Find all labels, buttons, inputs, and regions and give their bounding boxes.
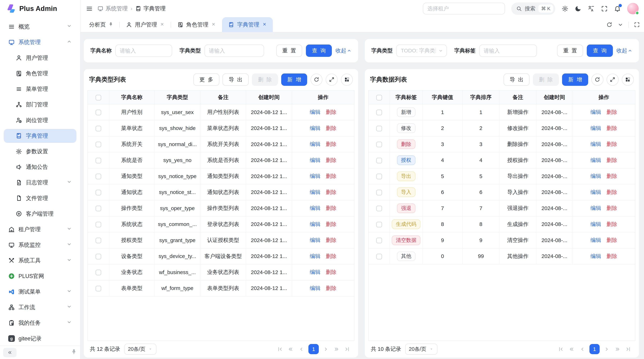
sidebar-item[interactable]: ggitee记录 — [4, 332, 76, 346]
pin-icon[interactable] — [108, 21, 113, 28]
sidebar-pin-icon[interactable] — [71, 349, 77, 356]
sidebar-item[interactable]: 系统工具 — [4, 254, 76, 268]
sidebar-item[interactable]: 系统管理 — [4, 35, 76, 49]
fast-forward-button[interactable] — [332, 344, 341, 354]
avatar[interactable] — [627, 3, 639, 14]
edit-link[interactable]: 编辑 — [590, 253, 601, 259]
sidebar-item[interactable]: 角色管理 — [4, 66, 76, 80]
next-page-button[interactable] — [602, 344, 612, 354]
first-page-button[interactable] — [556, 344, 566, 354]
tab-字典管理[interactable]: 字典管理 — [222, 17, 273, 32]
edit-link[interactable]: 编辑 — [310, 253, 320, 259]
toolbar-button[interactable]: 新 增 — [562, 73, 588, 86]
edit-link[interactable]: 编辑 — [310, 109, 320, 115]
edit-link[interactable]: 编辑 — [310, 205, 320, 211]
close-tab-icon[interactable] — [160, 21, 164, 28]
prev-page-button[interactable] — [578, 344, 587, 354]
row-checkbox[interactable] — [96, 110, 101, 115]
row-checkbox[interactable] — [376, 222, 382, 227]
edit-link[interactable]: 编辑 — [310, 189, 320, 195]
sidebar-item[interactable]: 我的任务 — [4, 316, 76, 330]
delete-link[interactable]: 删除 — [326, 221, 336, 227]
edit-link[interactable]: 编辑 — [590, 141, 601, 147]
dict-label-input[interactable] — [479, 44, 537, 57]
edit-link[interactable]: 编辑 — [310, 157, 320, 163]
delete-link[interactable]: 删除 — [606, 173, 617, 179]
tenant-select-input[interactable] — [423, 3, 505, 15]
toolbar-button[interactable]: 导 出 — [222, 73, 248, 86]
dict-name-input[interactable] — [116, 44, 172, 57]
tab-用户管理[interactable]: 用户管理 — [120, 17, 171, 32]
language-translate-icon[interactable]: 文A — [588, 5, 595, 12]
dict-type-input[interactable] — [204, 44, 264, 57]
row-checkbox[interactable] — [96, 286, 101, 291]
edit-link[interactable]: 编辑 — [310, 125, 320, 131]
menu-toggle-icon[interactable] — [86, 5, 93, 12]
edit-link[interactable]: 编辑 — [590, 125, 601, 131]
query-button[interactable]: 查 询 — [306, 44, 332, 57]
query-button[interactable]: 查 询 — [587, 44, 613, 57]
sidebar-item[interactable]: 文件管理 — [4, 191, 76, 205]
row-checkbox[interactable] — [376, 254, 382, 259]
tab-options-chevron-icon[interactable] — [617, 22, 624, 28]
edit-link[interactable]: 编辑 — [590, 205, 601, 211]
delete-link[interactable]: 删除 — [606, 125, 617, 131]
delete-link[interactable]: 删除 — [326, 189, 336, 195]
sidebar-item[interactable]: 日志管理 — [4, 176, 76, 190]
row-checkbox[interactable] — [96, 190, 101, 195]
row-checkbox[interactable] — [96, 142, 101, 147]
tab-分析页[interactable]: 分析页 — [83, 17, 119, 32]
row-checkbox[interactable] — [96, 174, 101, 179]
row-checkbox[interactable] — [376, 206, 382, 211]
delete-link[interactable]: 删除 — [326, 109, 336, 115]
row-checkbox[interactable] — [96, 270, 101, 275]
select-all-checkbox[interactable] — [376, 95, 382, 100]
sidebar-collapse-button[interactable] — [3, 348, 16, 358]
delete-link[interactable]: 删除 — [606, 205, 617, 211]
sidebar-item[interactable]: 部门管理 — [4, 98, 76, 112]
edit-link[interactable]: 编辑 — [310, 173, 320, 179]
row-checkbox[interactable] — [376, 174, 382, 179]
edit-link[interactable]: 编辑 — [590, 189, 601, 195]
edit-link[interactable]: 编辑 — [590, 221, 601, 227]
sidebar-item[interactable]: 字典管理 — [4, 129, 76, 143]
sidebar-item[interactable]: 系统监控 — [4, 238, 76, 252]
row-checkbox[interactable] — [96, 238, 101, 243]
row-checkbox[interactable] — [96, 222, 101, 227]
sidebar-item[interactable]: 参数设置 — [4, 144, 76, 158]
edit-link[interactable]: 编辑 — [310, 269, 320, 275]
expand-table-icon[interactable] — [606, 74, 618, 86]
edit-link[interactable]: 编辑 — [310, 285, 320, 291]
delete-link[interactable]: 删除 — [326, 141, 336, 147]
settings-gear-icon[interactable] — [562, 5, 568, 12]
first-page-button[interactable] — [275, 344, 284, 354]
delete-link[interactable]: 删除 — [326, 237, 336, 243]
fullscreen-icon[interactable] — [601, 5, 608, 12]
toolbar-button[interactable]: 导 出 — [504, 73, 530, 86]
edit-link[interactable]: 编辑 — [590, 173, 601, 179]
edit-link[interactable]: 编辑 — [310, 141, 320, 147]
logo[interactable]: Plus Admin — [0, 0, 80, 17]
column-settings-icon[interactable] — [622, 74, 634, 86]
row-checkbox[interactable] — [376, 158, 382, 163]
fast-back-button[interactable] — [286, 344, 295, 354]
fast-back-button[interactable] — [567, 344, 576, 354]
sidebar-item[interactable]: 测试菜单 — [4, 285, 76, 299]
row-checkbox[interactable] — [376, 126, 382, 131]
delete-link[interactable]: 删除 — [606, 237, 617, 243]
delete-link[interactable]: 删除 — [606, 157, 617, 163]
collapse-search-link[interactable]: 收起 — [336, 47, 352, 54]
edit-link[interactable]: 编辑 — [590, 157, 601, 163]
delete-link[interactable]: 删除 — [606, 253, 617, 259]
content-fullscreen-icon[interactable] — [628, 22, 640, 28]
delete-link[interactable]: 删除 — [326, 285, 336, 291]
toolbar-button[interactable]: 更 多 — [194, 73, 219, 86]
global-search-button[interactable]: 搜索 ⌘ K — [511, 2, 555, 15]
row-checkbox[interactable] — [96, 126, 101, 131]
toolbar-button[interactable]: 新 增 — [281, 73, 307, 86]
row-checkbox[interactable] — [376, 110, 382, 115]
delete-link[interactable]: 删除 — [606, 221, 617, 227]
delete-link[interactable]: 删除 — [326, 205, 336, 211]
close-tab-icon[interactable] — [211, 21, 216, 28]
delete-link[interactable]: 删除 — [326, 253, 336, 259]
